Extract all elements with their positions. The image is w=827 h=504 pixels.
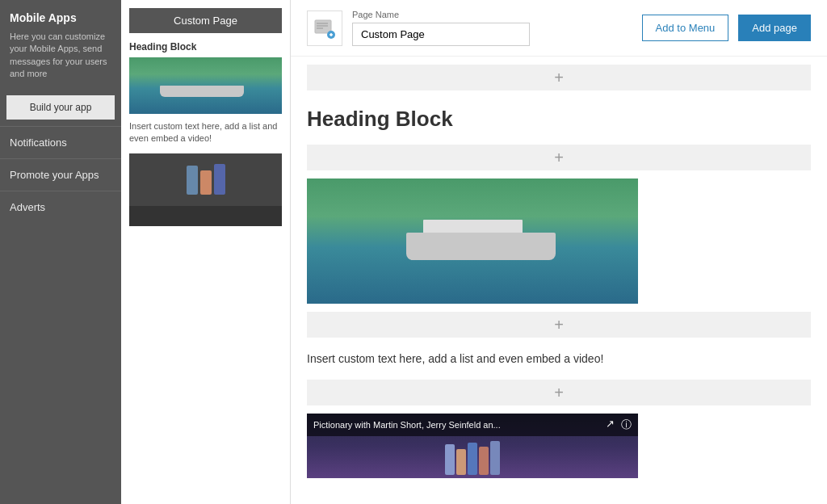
preview-boat-shape (160, 86, 244, 97)
preview-panel: Custom Page Heading Block Insert custom … (121, 0, 291, 504)
preview-video-block (129, 153, 282, 226)
text-block: Insert custom text here, add a list and … (307, 346, 811, 372)
person-2 (456, 449, 466, 475)
page-name-label: Page Name (352, 10, 632, 19)
page-name-section: Page Name (352, 10, 632, 46)
build-your-app-button[interactable]: Build your app (6, 95, 115, 120)
person-1 (445, 444, 455, 475)
heading-block: Heading Block (307, 99, 811, 136)
preview-boat-image (129, 57, 282, 114)
person-4 (479, 447, 489, 475)
svg-rect-0 (315, 20, 331, 33)
sidebar-item-notifications[interactable]: Notifications (0, 126, 121, 158)
add-block-icon-3: + (554, 316, 564, 334)
add-block-icon-1: + (554, 69, 564, 87)
content-area: + Heading Block + + Insert custom text h… (291, 65, 827, 501)
sidebar-item-adverts[interactable]: Adverts (0, 191, 121, 223)
sidebar-title: Mobile Apps (10, 11, 111, 24)
boat-image-block (307, 178, 638, 304)
preview-video-inner (129, 153, 282, 206)
video-icons: ↗ ⓘ (606, 418, 632, 432)
preview-heading-label: Heading Block (129, 41, 282, 52)
person-5 (490, 441, 500, 475)
video-block: Pictionary with Martin Short, Jerry Sein… (307, 414, 638, 478)
person-3 (468, 443, 477, 475)
page-icon-svg (313, 17, 336, 40)
boat-shape (406, 233, 556, 260)
add-block-icon-4: + (554, 384, 564, 402)
preview-video-bar (129, 206, 282, 226)
sidebar: Mobile Apps Here you can customize your … (0, 0, 121, 504)
add-block-row-4[interactable]: + (307, 380, 811, 405)
preview-custom-page-button[interactable]: Custom Page (129, 8, 282, 33)
video-title-text: Pictionary with Martin Short, Jerry Sein… (313, 420, 501, 430)
add-block-row-2[interactable]: + (307, 145, 811, 170)
sidebar-item-promote[interactable]: Promote your Apps (0, 158, 121, 191)
sidebar-header: Mobile Apps Here you can customize your … (0, 0, 121, 89)
add-page-button[interactable]: Add page (738, 15, 811, 41)
main-content: Page Name Add to Menu Add page + Heading… (291, 0, 827, 504)
info-icon: ⓘ (621, 418, 632, 432)
top-bar: Page Name Add to Menu Add page (291, 0, 827, 57)
sidebar-description: Here you can customize your Mobile Apps,… (10, 31, 111, 81)
add-to-menu-button[interactable]: Add to Menu (642, 15, 729, 41)
video-title-bar: Pictionary with Martin Short, Jerry Sein… (307, 414, 638, 436)
add-block-row-3[interactable]: + (307, 312, 811, 338)
add-block-icon-2: + (554, 149, 564, 167)
page-name-input[interactable] (352, 23, 530, 46)
add-block-row-1[interactable]: + (307, 65, 811, 90)
video-people (445, 441, 500, 475)
preview-text-block: Insert custom text here, add a list and … (129, 120, 282, 145)
share-icon: ↗ (606, 418, 615, 432)
boat-scene (307, 178, 638, 304)
page-icon (307, 10, 342, 46)
